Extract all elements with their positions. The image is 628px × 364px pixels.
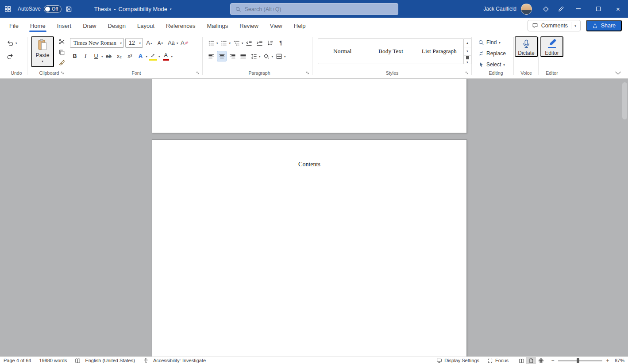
superscript-button[interactable]: x² [125,51,135,61]
dictate-button[interactable]: Dictate [515,36,538,57]
font-color-button[interactable]: A ▾ [161,51,173,61]
diamond-icon[interactable] [538,0,553,18]
tab-file[interactable]: File [4,18,24,34]
font-dialog-launcher[interactable] [195,70,201,76]
align-right-button[interactable] [227,51,237,61]
styles-scroll-down[interactable]: ▾ [464,47,471,56]
avatar[interactable] [521,4,532,15]
paste-button[interactable]: Paste ▾ [31,36,54,67]
language-indicator[interactable]: English (United States) [85,358,135,363]
contents-heading[interactable]: Contents [152,161,466,168]
minimize-button[interactable] [568,0,588,18]
vertical-scrollbar[interactable] [622,80,627,356]
app-launcher-icon[interactable] [0,0,15,18]
autosave-toggle[interactable]: AutoSave Off [18,5,62,13]
styles-scroll-up[interactable]: ▴ [464,39,471,47]
grow-font-button[interactable]: A▴ [144,38,154,48]
editor-button[interactable]: Editor [540,36,563,57]
increase-indent-button[interactable] [255,38,265,48]
paragraph-dialog-launcher[interactable] [304,70,311,76]
word-count[interactable]: 19880 words [39,358,67,363]
copy-button[interactable] [57,47,66,57]
zoom-slider-thumb[interactable] [577,358,579,363]
bullets-button[interactable]: ▾ [206,38,218,48]
borders-button[interactable]: ▾ [274,51,286,61]
change-case-button[interactable]: Aa ▾ [166,38,178,48]
subscript-button[interactable]: x₂ [115,51,124,61]
chevron-down-icon: ▾ [466,60,468,64]
find-button[interactable]: Find ▾ [478,38,514,47]
text-effects-button[interactable]: A ▾ [136,51,148,61]
redo-button[interactable] [5,51,15,61]
italic-button[interactable]: I [81,51,90,61]
search-box[interactable] [230,3,398,15]
tab-insert[interactable]: Insert [51,18,77,34]
web-layout-button[interactable] [536,357,546,364]
save-icon[interactable] [62,0,77,18]
scrollbar-thumb[interactable] [622,82,627,119]
autosave-switch[interactable]: Off [44,5,62,13]
focus-button[interactable]: Focus [487,358,509,364]
tab-help[interactable]: Help [288,18,312,34]
select-icon [478,61,484,68]
search-input[interactable] [245,6,393,12]
zoom-slider[interactable] [558,357,602,364]
zoom-out-button[interactable]: − [550,357,555,364]
numbering-button[interactable]: ▾ [219,38,231,48]
sort-button[interactable] [266,38,275,48]
tab-references[interactable]: References [160,18,201,34]
borders-icon [274,51,284,61]
tab-draw[interactable]: Draw [77,18,102,34]
font-name-combobox[interactable]: Times New Roman ▾ [70,38,124,48]
accessibility-status[interactable]: Accessibility: Investigate [153,358,206,363]
collapse-ribbon-chevron-icon[interactable] [615,69,621,75]
styles-gallery-more[interactable]: ▾ [464,56,471,64]
print-layout-button[interactable] [526,357,536,364]
line-spacing-button[interactable]: ▾ [249,51,261,61]
shading-button[interactable]: ▾ [262,51,274,61]
underline-button[interactable]: U ▾ [91,51,103,61]
zoom-level[interactable]: 87% [610,358,624,363]
select-button[interactable]: Select ▾ [478,60,514,69]
align-left-button[interactable] [206,51,216,61]
clear-formatting-button[interactable]: A [180,38,189,48]
undo-button[interactable]: ▾ [5,38,17,48]
highlight-color-button[interactable]: ▾ [148,51,160,61]
tab-home[interactable]: Home [24,18,51,34]
tab-layout[interactable]: Layout [131,18,160,34]
comments-button[interactable]: Comments ▾ [528,20,581,31]
document-page-current[interactable]: Contents [152,139,467,356]
replace-button[interactable]: Replace [478,49,514,58]
zoom-in-button[interactable]: + [605,357,610,364]
decrease-indent-button[interactable] [244,38,254,48]
style-list-paragraph[interactable]: List Paragraph [415,39,463,64]
close-button[interactable]: × [608,0,628,18]
cut-button[interactable] [57,36,66,47]
styles-dialog-launcher[interactable] [464,70,470,76]
tab-mailings[interactable]: Mailings [201,18,234,34]
format-painter-button[interactable] [57,57,66,68]
proofing-icon[interactable] [75,358,81,364]
display-settings-button[interactable]: Display Settings [436,358,479,364]
clipboard-dialog-launcher[interactable] [59,70,65,76]
style-body-text[interactable]: Body Text [366,39,415,64]
pen-icon[interactable] [553,0,568,18]
multilevel-list-button[interactable]: ▾ [231,38,243,48]
read-mode-button[interactable] [516,357,526,364]
share-button[interactable]: Share [586,20,622,31]
tab-view[interactable]: View [264,18,288,34]
justify-button[interactable] [238,51,248,61]
strikethrough-button[interactable]: ab [104,51,114,61]
document-page-previous[interactable] [152,79,467,133]
shrink-font-button[interactable]: A▾ [155,38,165,48]
maximize-button[interactable] [588,0,608,18]
tab-design[interactable]: Design [102,18,131,34]
tab-review[interactable]: Review [234,18,264,34]
font-size-combobox[interactable]: 12 ▾ [125,38,143,48]
bold-button[interactable]: B [70,51,80,61]
document-title[interactable]: Thesis - Compatibility Mode ▾ [94,6,172,12]
align-center-button[interactable] [217,51,227,61]
style-normal[interactable]: Normal [318,39,366,64]
pilcrow-button[interactable]: ¶ [276,38,286,48]
page-indicator[interactable]: Page 4 of 64 [4,358,31,363]
